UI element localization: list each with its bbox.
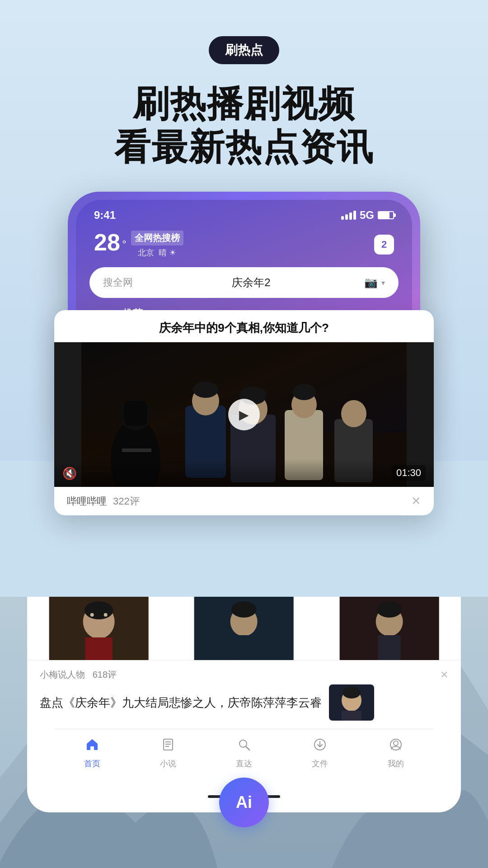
signal-bar-1 [341,216,344,220]
nav-item-direct[interactable]: 直达 [236,737,252,769]
nav-label-profile: 我的 [388,758,404,769]
network-label: 5G [360,209,374,222]
thumb-item-1 [27,597,170,660]
dropdown-icon: ▾ [381,278,385,287]
svg-rect-37 [339,597,439,660]
nav-item-home[interactable]: 首页 [84,737,100,769]
nav-label-home: 首页 [84,758,100,769]
thumb-svg-3 [318,597,461,660]
video-overlay-bottom: 🔇 01:30 [54,459,434,487]
status-time: 9:41 [94,209,116,222]
temp-value: 28 [94,229,120,255]
list-title: 盘点《庆余年》九大结局悲惨之人，庆帝陈萍萍李云睿 [40,694,322,712]
list-source: 小梅说人物 618评 [40,669,117,681]
svg-line-47 [246,746,249,750]
temperature-display: 28 ° [94,231,127,254]
svg-point-51 [394,741,398,745]
mute-icon[interactable]: 🔇 [62,467,77,481]
bottom-nav: 首页 小说 [54,729,434,785]
card-footer: 哔哩哔哩 322评 ✕ [54,487,434,515]
top-section: 刷热点 刷热播剧视频 看最新热点资讯 9:41 5G [0,0,488,461]
main-headline: 刷热播剧视频 看最新热点资讯 [0,82,488,169]
source-info: 哔哩哔哩 322评 [67,495,140,508]
search-prefix: 搜全网 [103,276,133,289]
nav-label-file: 文件 [312,758,328,769]
search-icons: 📷 ▾ [364,276,385,289]
video-duration: 01:30 [392,465,426,481]
list-content-row: 盘点《庆余年》九大结局悲惨之人，庆帝陈萍萍李云睿 [40,684,448,721]
video-card-title: 庆余年中的9个真相,你知道几个? [54,310,434,342]
nav-label-novel: 小说 [160,758,176,769]
search-nav-icon [237,737,251,755]
headline-line2: 看最新热点资讯 [0,126,488,169]
home-icon [85,737,99,755]
comment-count: 322评 [113,495,140,508]
thumb-item-3 [318,597,461,660]
list-thumb-svg [329,684,374,721]
list-thumbnail [329,684,374,721]
status-right: 5G [341,209,394,222]
battery-icon [378,211,394,219]
signal-bars-icon [341,211,356,220]
search-bar[interactable]: 搜全网 庆余年2 📷 ▾ [89,267,399,298]
play-button[interactable]: ▶ [228,399,260,430]
degree-unit: ° [122,238,127,250]
phone-mockup: 9:41 5G [68,192,420,443]
svg-rect-32 [194,597,294,660]
svg-rect-40 [342,711,361,721]
weather-row: 28 ° 全网热搜榜 北京 晴 ☀ 2 [76,226,412,267]
hot-search-label: 全网热搜榜 [131,231,183,245]
list-meta: 小梅说人物 618评 ✕ [40,669,448,681]
close-card-button[interactable]: ✕ [411,494,421,508]
notification-badge[interactable]: 2 [374,235,394,255]
thumbnail-row [27,597,461,660]
signal-bar-4 [353,211,356,220]
bottom-wrapper: 小梅说人物 618评 ✕ 盘点《庆余年》九大结局悲惨之人，庆帝陈萍萍李云睿 [0,597,488,868]
nav-item-file[interactable]: 文件 [312,737,328,769]
list-close-button[interactable]: ✕ [440,669,448,681]
weather-info: 全网热搜榜 北京 晴 ☀ [131,231,183,258]
nav-item-profile[interactable]: 我的 [388,737,404,769]
ai-button[interactable]: Ai [219,778,269,827]
nav-item-novel[interactable]: 小说 [160,737,176,769]
download-icon [313,737,327,755]
camera-icon[interactable]: 📷 [364,276,378,289]
thumb-svg-2 [172,597,315,660]
signal-bar-2 [345,214,348,220]
svg-rect-27 [49,597,149,660]
video-thumbnail[interactable]: ▶ 🔇 01:30 [54,342,434,487]
list-item: 小梅说人物 618评 ✕ 盘点《庆余年》九大结局悲惨之人，庆帝陈萍萍李云睿 [27,660,461,729]
badge-pill: 刷热点 [209,36,279,64]
signal-bar-3 [349,212,352,220]
thumb-svg-1 [27,597,170,660]
profile-icon [389,737,403,755]
source-name: 哔哩哔哩 [67,495,107,508]
search-query: 庆余年2 [138,275,364,290]
svg-point-41 [343,687,361,698]
battery-fill [379,212,389,218]
thumb-item-2 [172,597,315,660]
status-bar: 9:41 5G [76,200,412,226]
headline-line1: 刷热播剧视频 [0,82,488,126]
nav-label-direct: 直达 [236,758,252,769]
weather-location: 北京 晴 ☀ [131,247,183,258]
book-icon [161,737,175,755]
weather-left: 28 ° 全网热搜榜 北京 晴 ☀ [94,231,183,258]
video-card: 庆余年中的9个真相,你知道几个? [54,310,434,515]
